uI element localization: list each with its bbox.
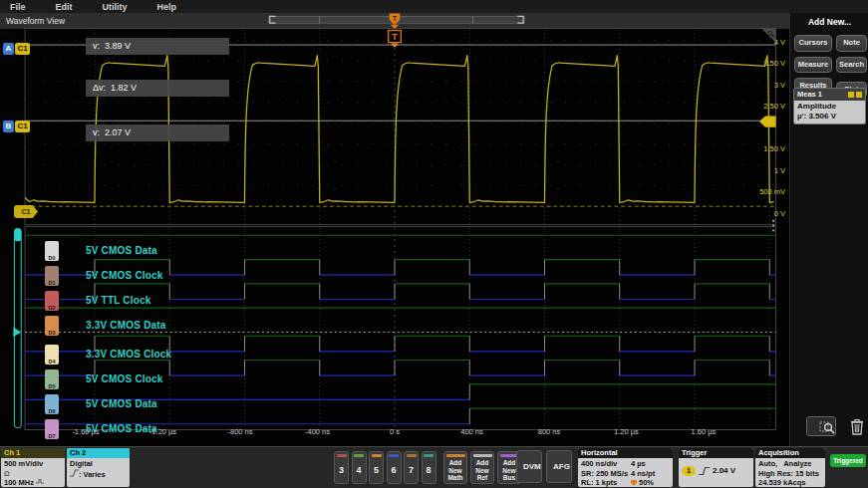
channel2-name: Ch 2 [67, 448, 130, 458]
add-new-math-button[interactable]: Add New Math [443, 451, 467, 484]
meas-source-icon [856, 92, 862, 98]
measurement-card[interactable]: Meas 1 Amplitude µ': 3.506 V [793, 88, 866, 124]
channel-color-strip [407, 454, 417, 457]
sidebar-tools [790, 416, 868, 440]
trigger-panel[interactable]: Trigger 1 2.04 V [679, 448, 753, 487]
zoom-tool-button[interactable] [806, 416, 836, 436]
trash-icon [848, 417, 866, 436]
channel-button-8[interactable]: 8 [422, 451, 436, 484]
settings-bar: Ch 1 500 mV/div Ω 100 MHz Ch 2 Digital :… [0, 446, 868, 488]
sidebar-button-measure[interactable]: Measure [794, 57, 832, 74]
acquisition-row: 24.539 kAcqs [758, 478, 822, 487]
add-button-label: Add New Math [444, 459, 466, 482]
channel1-name: Ch 1 [1, 448, 65, 458]
waveform-view-header: Waveform View [0, 13, 789, 29]
channel-button-3[interactable]: 3 [334, 451, 349, 484]
channel-button-label: 8 [423, 465, 435, 475]
acquisition-panel[interactable]: Acquisition Auto, AnalyzeHigh Res: 15 bi… [755, 448, 825, 487]
trash-button[interactable] [842, 416, 862, 436]
channel1-scale: 500 mV/div [4, 459, 62, 469]
add-new-heading: Add New... [790, 17, 868, 27]
sidebar-button-note[interactable]: Note [836, 35, 867, 52]
termination-icon: Ω [4, 469, 62, 479]
horizontal-value: 4 µs [631, 459, 646, 469]
add-new-ref-button[interactable]: Add New Ref [470, 451, 494, 484]
channel-color-strip [424, 454, 434, 457]
menu-item-utility[interactable]: Utility [103, 2, 128, 12]
trigger-source-badge: 1 [682, 466, 696, 476]
dvm-button[interactable]: DVM [516, 450, 542, 483]
trigger-position-icon [631, 480, 637, 486]
right-sidebar: Add New... CursorsNoteMeasureSearchResul… [789, 13, 868, 446]
horizontal-value: 4 ns/pt [631, 469, 655, 479]
channel2-badge-panel[interactable]: Ch 2 Digital : Varies [67, 448, 130, 487]
measurement-value: µ': 3.506 V [797, 112, 862, 122]
channel2-threshold: : Varies [70, 469, 127, 480]
oscilloscope-app: FileEditUtilityHelp Waveform View Add Ne… [0, 0, 868, 488]
acquisition-row: Auto, Analyze [758, 459, 822, 469]
measurement-title: Meas 1 [797, 90, 822, 99]
channel-color-strip [337, 454, 347, 457]
channel-button-label: 4 [353, 465, 366, 475]
channel-button-label: 3 [335, 465, 348, 475]
measurement-card-body: Amplitude µ': 3.506 V [794, 101, 865, 123]
trigger-title: Trigger [679, 448, 753, 458]
acquisition-title: Acquisition [755, 448, 825, 458]
channel-button-label: 5 [370, 465, 383, 475]
horizontal-value: 50% [631, 478, 654, 487]
channel-button-label: 6 [388, 465, 401, 475]
waveform-display[interactable] [0, 29, 789, 446]
channel-button-label: 7 [405, 465, 418, 475]
horizontal-title: Horizontal [578, 448, 673, 458]
channel2-mode: Digital [70, 459, 127, 469]
trigger-level: 2.04 V [713, 466, 735, 476]
menu-item-edit[interactable]: Edit [56, 2, 73, 12]
trigger-status-badge: Triggered [830, 454, 866, 467]
channel-color-strip [354, 454, 364, 457]
add-color-strip [446, 454, 465, 457]
horizontal-row: 400 ns/div4 µs [581, 459, 670, 469]
channel-button-4[interactable]: 4 [352, 451, 367, 484]
channel-buttons: 345678 [334, 451, 436, 484]
channel-color-strip [389, 454, 399, 457]
edge-icon [70, 469, 79, 477]
measurement-card-header: Meas 1 [794, 89, 865, 101]
horizontal-value: SR: 250 MS/s [581, 469, 631, 479]
horizontal-row: RL: 1 kpts50% [581, 478, 670, 487]
menu-bar: FileEditUtilityHelp [0, 0, 868, 14]
bandwidth-icon [36, 478, 44, 485]
channel1-badge-panel[interactable]: Ch 1 500 mV/div Ω 100 MHz [1, 448, 65, 487]
add-buttons: Add New MathAdd New RefAdd New Bus [443, 451, 521, 484]
channel-button-5[interactable]: 5 [369, 451, 384, 484]
view-title: Waveform View [6, 16, 65, 26]
rising-edge-icon [699, 466, 710, 476]
horizontal-value: 400 ns/div [581, 459, 631, 469]
channel-button-6[interactable]: 6 [387, 451, 402, 484]
add-button-label: Add New Ref [471, 459, 493, 482]
measurement-name: Amplitude [797, 102, 862, 112]
channel-button-7[interactable]: 7 [404, 451, 419, 484]
magnifier-icon [813, 418, 841, 436]
channel-color-strip [372, 454, 382, 457]
meas-source-icon [848, 92, 854, 98]
menu-item-file[interactable]: File [10, 2, 26, 12]
afg-button[interactable]: AFG [546, 450, 572, 483]
horizontal-value: RL: 1 kpts [581, 478, 631, 487]
channel1-bandwidth: 100 MHz [4, 478, 62, 487]
menu-item-help[interactable]: Help [157, 2, 177, 12]
add-color-strip [473, 454, 492, 457]
horizontal-panel[interactable]: Horizontal 400 ns/div4 µsSR: 250 MS/s4 n… [578, 448, 673, 487]
sidebar-button-search[interactable]: Search [836, 57, 867, 74]
horizontal-row: SR: 250 MS/s4 ns/pt [581, 469, 670, 479]
sidebar-button-cursors[interactable]: Cursors [794, 35, 832, 52]
acquisition-row: High Res: 15 bits [758, 469, 822, 479]
